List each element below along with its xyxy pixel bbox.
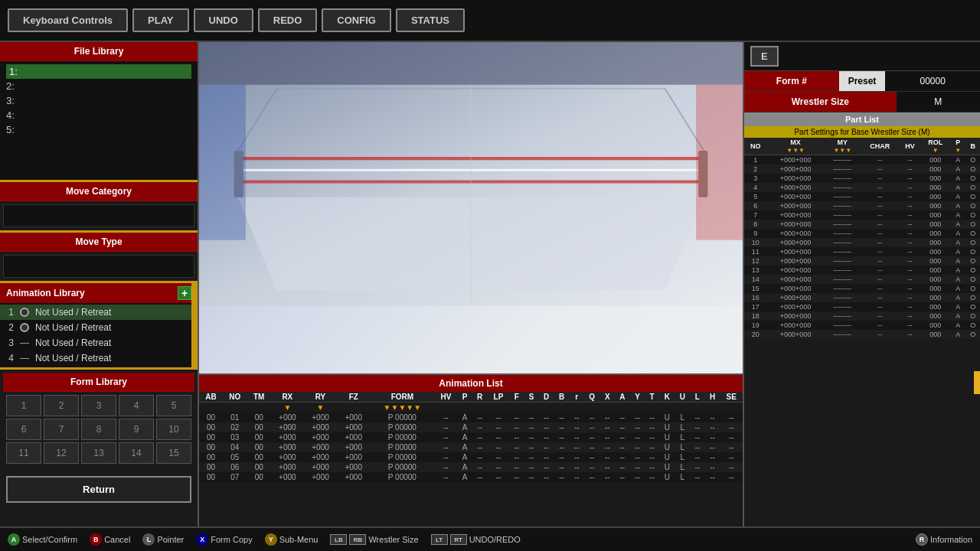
move-type-input[interactable] (3, 255, 194, 278)
animation-library-section: Animation Library + 1 Not Used / Retreat… (0, 283, 198, 367)
form-btn-9[interactable]: 9 (119, 419, 154, 440)
move-category-input[interactable] (3, 204, 194, 227)
part-table-row[interactable]: 18 +000+000 -------- -- -- 000 A O (744, 311, 980, 321)
info-label: Information (930, 535, 972, 544)
table-row[interactable]: 000300+000+000+000P 00000--A------------… (199, 432, 743, 442)
form-btn-7[interactable]: 7 (44, 419, 79, 440)
part-table-row[interactable]: 2 +000+000 -------- -- -- 000 A O (744, 165, 980, 174)
part-table-row[interactable]: 8 +000+000 -------- -- -- 000 A O (744, 220, 980, 229)
rt-button-icon: RT (450, 534, 467, 545)
e-button[interactable]: E (750, 46, 779, 67)
animation-list: 1 Not Used / Retreat 2 Not Used / Retrea… (0, 303, 198, 367)
animation-item-3[interactable]: 3 — Not Used / Retreat (0, 335, 198, 350)
animation-item-2[interactable]: 2 Not Used / Retreat (0, 320, 198, 335)
col-r2: r (570, 392, 584, 403)
play-button[interactable]: PLAY (132, 8, 188, 32)
bottom-btn-a: A Select/Confirm (8, 533, 77, 546)
col-b: B (554, 392, 570, 403)
table-row[interactable]: 000700+000+000+000P 00000--A------------… (199, 472, 743, 482)
form-btn-3[interactable]: 3 (81, 395, 116, 416)
part-table-row[interactable]: 13 +000+000 -------- -- -- 000 A O (744, 266, 980, 275)
form-btn-6[interactable]: 6 (6, 419, 41, 440)
animation-dash-icon-4: — (20, 353, 29, 364)
col-f: F (509, 392, 524, 403)
form-btn-5[interactable]: 5 (156, 395, 191, 416)
file-item-5[interactable]: 5: (6, 122, 191, 137)
form-btn-14[interactable]: 14 (119, 442, 154, 464)
animation-add-button[interactable]: + (178, 286, 191, 300)
bottom-btn-x: X Form Copy (196, 533, 252, 546)
table-row[interactable]: 000100+000+000+000P 00000--A------------… (199, 412, 743, 422)
part-table-row[interactable]: 12 +000+000 -------- -- -- 000 A O (744, 256, 980, 266)
col-form: FORM (370, 392, 434, 403)
preset-button[interactable]: Preset (839, 71, 886, 91)
part-table-row[interactable]: 4 +000+000 -------- -- -- 000 A O (744, 183, 980, 192)
part-table-row[interactable]: 19 +000+000 -------- -- -- 000 A O (744, 321, 980, 330)
bottom-btn-y: Y Sub-Menu (265, 533, 318, 546)
file-library-section: File Library 1: 2: 3: 4: 5: (0, 42, 198, 180)
wrestler-size-label: Wrestler Size (744, 92, 897, 112)
file-item-2[interactable]: 2: (6, 79, 191, 93)
scroll-bar-animation[interactable] (191, 283, 198, 367)
animation-circle-icon-1 (20, 308, 29, 317)
part-list-header: Part List (744, 112, 980, 126)
col-a: A (615, 392, 630, 403)
col-r: R (472, 392, 488, 403)
form-btn-10[interactable]: 10 (156, 419, 191, 440)
form-btn-1[interactable]: 1 (6, 395, 41, 416)
part-table-row[interactable]: 11 +000+000 -------- -- -- 000 A O (744, 247, 980, 256)
file-item-3[interactable]: 3: (6, 93, 191, 108)
part-table-row[interactable]: 20 +000+000 -------- -- -- 000 A O (744, 330, 980, 339)
redo-button[interactable]: REDO (258, 8, 318, 32)
part-table-row[interactable]: 5 +000+000 -------- -- -- 000 A O (744, 192, 980, 201)
status-button[interactable]: STATUS (396, 8, 465, 32)
ring-svg (199, 42, 743, 306)
svg-rect-10 (199, 42, 743, 85)
lt-rt-label: UNDO/REDO (469, 535, 521, 544)
part-table-row[interactable]: 7 +000+000 -------- -- -- 000 A O (744, 210, 980, 220)
part-table-row[interactable]: 14 +000+000 -------- -- -- 000 A O (744, 275, 980, 284)
animation-item-1[interactable]: 1 Not Used / Retreat (0, 305, 198, 320)
table-row[interactable]: 000500+000+000+000P 00000--A------------… (199, 452, 743, 462)
part-table-row[interactable]: 10 +000+000 -------- -- -- 000 A O (744, 238, 980, 247)
right-panel: E Form # Preset 00000 Wrestler Size M Pa… (743, 42, 980, 527)
table-row[interactable]: 000400+000+000+000P 00000--A------------… (199, 442, 743, 452)
config-button[interactable]: CONFIG (322, 8, 391, 32)
animation-library-header: Animation Library + (0, 283, 198, 303)
part-table-row[interactable]: 16 +000+000 -------- -- -- 000 A O (744, 293, 980, 302)
table-row[interactable]: 000200+000+000+000P 00000--A------------… (199, 422, 743, 432)
form-btn-4[interactable]: 4 (119, 395, 154, 416)
part-table-row[interactable]: 6 +000+000 -------- -- -- 000 A O (744, 201, 980, 210)
animation-item-4[interactable]: 4 — Not Used / Retreat (0, 350, 198, 366)
col-hv: HV (434, 392, 457, 403)
scroll-indicator[interactable] (974, 371, 980, 394)
file-item-1[interactable]: 1: (6, 64, 191, 79)
form-btn-2[interactable]: 2 (44, 395, 79, 416)
part-table-row[interactable]: 17 +000+000 -------- -- -- 000 A O (744, 302, 980, 311)
rb-button-icon: RB (349, 534, 366, 545)
bottom-btn-b: B Cancel (90, 533, 130, 546)
part-table-row[interactable]: 15 +000+000 -------- -- -- 000 A O (744, 284, 980, 293)
animation-list-header: Animation List (199, 375, 743, 392)
part-table-row[interactable]: 9 +000+000 -------- -- -- 000 A O (744, 229, 980, 238)
form-btn-11[interactable]: 11 (6, 442, 41, 464)
form-btn-8[interactable]: 8 (81, 419, 116, 440)
col-h: H (705, 392, 720, 403)
part-table-row[interactable]: 1 +000+000 -------- -- -- 000 A O (744, 155, 980, 165)
return-button[interactable]: Return (6, 476, 191, 503)
keyboard-controls-button[interactable]: Keyboard Controls (8, 8, 128, 32)
bottom-btn-lt-rt: LT RT UNDO/REDO (431, 534, 521, 545)
table-row[interactable]: 000600+000+000+000P 00000--A------------… (199, 462, 743, 472)
form-btn-15[interactable]: 15 (156, 442, 191, 464)
col-y: Y (630, 392, 645, 403)
col-lp: LP (488, 392, 509, 403)
content-area: File Library 1: 2: 3: 4: 5: (0, 42, 980, 527)
form-grid: 1 2 3 4 5 6 7 8 9 10 11 12 13 14 15 (3, 392, 194, 467)
part-table-row[interactable]: 3 +000+000 -------- -- -- 000 A O (744, 174, 980, 183)
animation-list-bottom: Animation List AB NO TM RX RY FZ FORM (199, 373, 743, 527)
svg-rect-11 (199, 85, 246, 240)
form-btn-13[interactable]: 13 (81, 442, 116, 464)
undo-button[interactable]: UNDO (194, 8, 253, 32)
file-item-4[interactable]: 4: (6, 108, 191, 122)
form-btn-12[interactable]: 12 (44, 442, 79, 464)
